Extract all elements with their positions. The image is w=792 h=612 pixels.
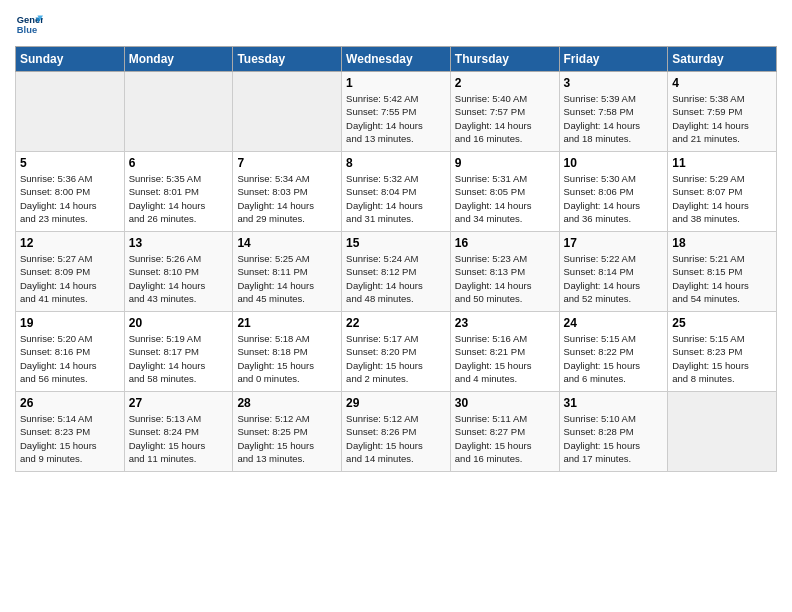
day-info: Sunrise: 5:27 AM Sunset: 8:09 PM Dayligh… bbox=[20, 252, 120, 305]
day-info: Sunrise: 5:24 AM Sunset: 8:12 PM Dayligh… bbox=[346, 252, 446, 305]
day-info: Sunrise: 5:39 AM Sunset: 7:58 PM Dayligh… bbox=[564, 92, 664, 145]
calendar-week-4: 19Sunrise: 5:20 AM Sunset: 8:16 PM Dayli… bbox=[16, 312, 777, 392]
day-number: 6 bbox=[129, 156, 229, 170]
day-header-saturday: Saturday bbox=[668, 47, 777, 72]
day-number: 11 bbox=[672, 156, 772, 170]
calendar-cell: 30Sunrise: 5:11 AM Sunset: 8:27 PM Dayli… bbox=[450, 392, 559, 472]
day-info: Sunrise: 5:30 AM Sunset: 8:06 PM Dayligh… bbox=[564, 172, 664, 225]
day-header-sunday: Sunday bbox=[16, 47, 125, 72]
day-info: Sunrise: 5:15 AM Sunset: 8:22 PM Dayligh… bbox=[564, 332, 664, 385]
calendar-cell bbox=[233, 72, 342, 152]
calendar-cell: 17Sunrise: 5:22 AM Sunset: 8:14 PM Dayli… bbox=[559, 232, 668, 312]
calendar-cell: 16Sunrise: 5:23 AM Sunset: 8:13 PM Dayli… bbox=[450, 232, 559, 312]
day-info: Sunrise: 5:13 AM Sunset: 8:24 PM Dayligh… bbox=[129, 412, 229, 465]
calendar-cell: 23Sunrise: 5:16 AM Sunset: 8:21 PM Dayli… bbox=[450, 312, 559, 392]
svg-text:Blue: Blue bbox=[17, 25, 37, 35]
day-number: 28 bbox=[237, 396, 337, 410]
day-header-friday: Friday bbox=[559, 47, 668, 72]
day-info: Sunrise: 5:26 AM Sunset: 8:10 PM Dayligh… bbox=[129, 252, 229, 305]
page-header: General Blue bbox=[15, 10, 777, 38]
calendar-cell: 12Sunrise: 5:27 AM Sunset: 8:09 PM Dayli… bbox=[16, 232, 125, 312]
calendar-cell: 19Sunrise: 5:20 AM Sunset: 8:16 PM Dayli… bbox=[16, 312, 125, 392]
calendar-week-3: 12Sunrise: 5:27 AM Sunset: 8:09 PM Dayli… bbox=[16, 232, 777, 312]
day-info: Sunrise: 5:40 AM Sunset: 7:57 PM Dayligh… bbox=[455, 92, 555, 145]
day-number: 29 bbox=[346, 396, 446, 410]
day-info: Sunrise: 5:10 AM Sunset: 8:28 PM Dayligh… bbox=[564, 412, 664, 465]
day-number: 7 bbox=[237, 156, 337, 170]
day-info: Sunrise: 5:19 AM Sunset: 8:17 PM Dayligh… bbox=[129, 332, 229, 385]
calendar-cell: 9Sunrise: 5:31 AM Sunset: 8:05 PM Daylig… bbox=[450, 152, 559, 232]
calendar-cell: 21Sunrise: 5:18 AM Sunset: 8:18 PM Dayli… bbox=[233, 312, 342, 392]
calendar-cell: 10Sunrise: 5:30 AM Sunset: 8:06 PM Dayli… bbox=[559, 152, 668, 232]
day-number: 13 bbox=[129, 236, 229, 250]
calendar-cell: 2Sunrise: 5:40 AM Sunset: 7:57 PM Daylig… bbox=[450, 72, 559, 152]
logo-icon: General Blue bbox=[15, 10, 43, 38]
day-number: 31 bbox=[564, 396, 664, 410]
day-number: 14 bbox=[237, 236, 337, 250]
day-number: 18 bbox=[672, 236, 772, 250]
calendar-week-5: 26Sunrise: 5:14 AM Sunset: 8:23 PM Dayli… bbox=[16, 392, 777, 472]
day-number: 20 bbox=[129, 316, 229, 330]
calendar-cell: 31Sunrise: 5:10 AM Sunset: 8:28 PM Dayli… bbox=[559, 392, 668, 472]
calendar-cell: 27Sunrise: 5:13 AM Sunset: 8:24 PM Dayli… bbox=[124, 392, 233, 472]
calendar-cell bbox=[16, 72, 125, 152]
day-number: 19 bbox=[20, 316, 120, 330]
day-number: 12 bbox=[20, 236, 120, 250]
calendar-cell: 24Sunrise: 5:15 AM Sunset: 8:22 PM Dayli… bbox=[559, 312, 668, 392]
day-info: Sunrise: 5:23 AM Sunset: 8:13 PM Dayligh… bbox=[455, 252, 555, 305]
day-info: Sunrise: 5:42 AM Sunset: 7:55 PM Dayligh… bbox=[346, 92, 446, 145]
day-number: 22 bbox=[346, 316, 446, 330]
day-info: Sunrise: 5:16 AM Sunset: 8:21 PM Dayligh… bbox=[455, 332, 555, 385]
day-number: 21 bbox=[237, 316, 337, 330]
day-info: Sunrise: 5:20 AM Sunset: 8:16 PM Dayligh… bbox=[20, 332, 120, 385]
day-number: 27 bbox=[129, 396, 229, 410]
day-info: Sunrise: 5:38 AM Sunset: 7:59 PM Dayligh… bbox=[672, 92, 772, 145]
calendar-cell: 25Sunrise: 5:15 AM Sunset: 8:23 PM Dayli… bbox=[668, 312, 777, 392]
day-number: 26 bbox=[20, 396, 120, 410]
calendar-week-1: 1Sunrise: 5:42 AM Sunset: 7:55 PM Daylig… bbox=[16, 72, 777, 152]
day-info: Sunrise: 5:29 AM Sunset: 8:07 PM Dayligh… bbox=[672, 172, 772, 225]
day-header-tuesday: Tuesday bbox=[233, 47, 342, 72]
calendar-cell: 5Sunrise: 5:36 AM Sunset: 8:00 PM Daylig… bbox=[16, 152, 125, 232]
calendar-cell: 14Sunrise: 5:25 AM Sunset: 8:11 PM Dayli… bbox=[233, 232, 342, 312]
calendar-cell: 11Sunrise: 5:29 AM Sunset: 8:07 PM Dayli… bbox=[668, 152, 777, 232]
calendar-cell: 28Sunrise: 5:12 AM Sunset: 8:25 PM Dayli… bbox=[233, 392, 342, 472]
day-number: 3 bbox=[564, 76, 664, 90]
day-header-thursday: Thursday bbox=[450, 47, 559, 72]
calendar-cell: 13Sunrise: 5:26 AM Sunset: 8:10 PM Dayli… bbox=[124, 232, 233, 312]
day-number: 1 bbox=[346, 76, 446, 90]
day-number: 4 bbox=[672, 76, 772, 90]
day-number: 8 bbox=[346, 156, 446, 170]
day-info: Sunrise: 5:25 AM Sunset: 8:11 PM Dayligh… bbox=[237, 252, 337, 305]
day-info: Sunrise: 5:31 AM Sunset: 8:05 PM Dayligh… bbox=[455, 172, 555, 225]
calendar-cell: 22Sunrise: 5:17 AM Sunset: 8:20 PM Dayli… bbox=[342, 312, 451, 392]
day-number: 30 bbox=[455, 396, 555, 410]
day-info: Sunrise: 5:34 AM Sunset: 8:03 PM Dayligh… bbox=[237, 172, 337, 225]
calendar-week-2: 5Sunrise: 5:36 AM Sunset: 8:00 PM Daylig… bbox=[16, 152, 777, 232]
day-number: 5 bbox=[20, 156, 120, 170]
calendar-cell: 4Sunrise: 5:38 AM Sunset: 7:59 PM Daylig… bbox=[668, 72, 777, 152]
calendar-cell: 7Sunrise: 5:34 AM Sunset: 8:03 PM Daylig… bbox=[233, 152, 342, 232]
day-info: Sunrise: 5:22 AM Sunset: 8:14 PM Dayligh… bbox=[564, 252, 664, 305]
day-info: Sunrise: 5:36 AM Sunset: 8:00 PM Dayligh… bbox=[20, 172, 120, 225]
day-number: 17 bbox=[564, 236, 664, 250]
day-number: 15 bbox=[346, 236, 446, 250]
calendar-cell bbox=[124, 72, 233, 152]
header-row: SundayMondayTuesdayWednesdayThursdayFrid… bbox=[16, 47, 777, 72]
day-number: 10 bbox=[564, 156, 664, 170]
calendar-header: SundayMondayTuesdayWednesdayThursdayFrid… bbox=[16, 47, 777, 72]
day-number: 9 bbox=[455, 156, 555, 170]
day-info: Sunrise: 5:14 AM Sunset: 8:23 PM Dayligh… bbox=[20, 412, 120, 465]
day-number: 2 bbox=[455, 76, 555, 90]
day-header-monday: Monday bbox=[124, 47, 233, 72]
day-info: Sunrise: 5:35 AM Sunset: 8:01 PM Dayligh… bbox=[129, 172, 229, 225]
calendar-cell bbox=[668, 392, 777, 472]
day-info: Sunrise: 5:32 AM Sunset: 8:04 PM Dayligh… bbox=[346, 172, 446, 225]
day-info: Sunrise: 5:17 AM Sunset: 8:20 PM Dayligh… bbox=[346, 332, 446, 385]
day-info: Sunrise: 5:12 AM Sunset: 8:25 PM Dayligh… bbox=[237, 412, 337, 465]
calendar-cell: 8Sunrise: 5:32 AM Sunset: 8:04 PM Daylig… bbox=[342, 152, 451, 232]
calendar-cell: 29Sunrise: 5:12 AM Sunset: 8:26 PM Dayli… bbox=[342, 392, 451, 472]
day-number: 24 bbox=[564, 316, 664, 330]
calendar-cell: 15Sunrise: 5:24 AM Sunset: 8:12 PM Dayli… bbox=[342, 232, 451, 312]
calendar-cell: 26Sunrise: 5:14 AM Sunset: 8:23 PM Dayli… bbox=[16, 392, 125, 472]
